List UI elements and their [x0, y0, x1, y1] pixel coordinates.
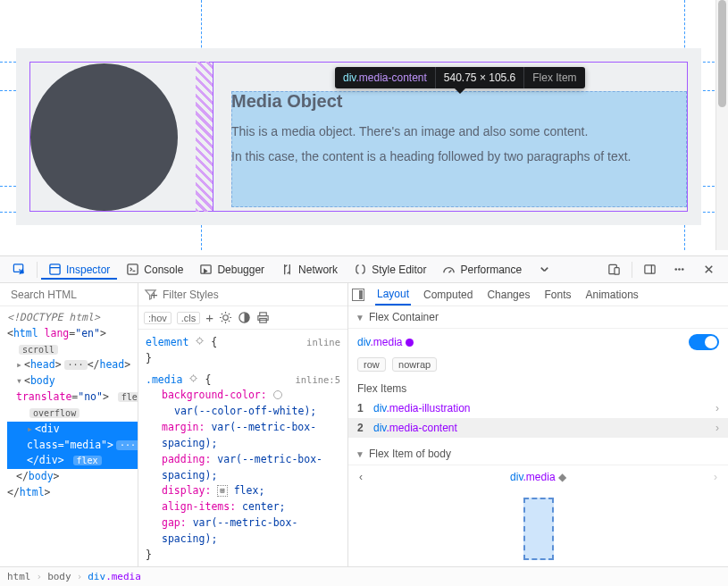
doctype-node[interactable]: <!DOCTYPE html> [7, 310, 138, 326]
fonts-tab[interactable]: Fonts [542, 285, 573, 305]
tab-network[interactable]: Network [273, 259, 345, 280]
next-sibling-button[interactable]: › [714, 471, 717, 483]
element-tooltip: div.media-content 540.75 × 105.6 Flex It… [335, 67, 585, 88]
crumb-html[interactable]: html [7, 571, 31, 582]
crumb-div-media[interactable]: div.media [88, 571, 141, 582]
svg-rect-6 [645, 265, 655, 273]
sidebar-toggle-icon[interactable] [352, 289, 364, 301]
devtools-panel: Inspector Console Debugger Network Style… [0, 255, 728, 586]
flex-item-diagram [348, 489, 728, 569]
svg-point-8 [678, 268, 681, 271]
hov-button[interactable]: :hov [144, 312, 172, 324]
cls-button[interactable]: .cls [177, 312, 201, 324]
body-node[interactable]: ▾<body [7, 373, 138, 389]
svg-point-11 [223, 315, 229, 321]
svg-point-16 [197, 339, 203, 344]
svg-point-7 [674, 268, 677, 271]
flex-item-1[interactable]: 1 div.media-illustration › [357, 398, 719, 418]
filter-styles-input[interactable] [163, 289, 342, 301]
prev-sibling-button[interactable]: ‹ [359, 471, 363, 483]
media-illustration-circle [30, 63, 178, 211]
add-rule-button[interactable]: + [205, 310, 213, 325]
tab-debugger[interactable]: Debugger [192, 259, 272, 280]
media-paragraph-1: This is a media object. There's an image… [231, 124, 687, 138]
tab-performance[interactable]: Performance [435, 259, 529, 280]
dock-side-button[interactable] [636, 259, 664, 280]
flex-direction-chip[interactable]: row [357, 357, 386, 372]
svg-rect-5 [615, 268, 619, 275]
html-close-node[interactable]: </html> [7, 485, 138, 501]
selected-div-media-node[interactable]: ▸<div class="media">··· </div> flex [7, 422, 138, 469]
filter-icon [144, 288, 157, 301]
page-scrollbar[interactable] [715, 0, 728, 250]
layout-tab[interactable]: Layout [375, 284, 411, 306]
changes-tab[interactable]: Changes [485, 285, 531, 305]
devtools-toolbar: Inspector Console Debugger Network Style… [0, 256, 728, 283]
flex-container-accordion[interactable]: ▼Flex Container [348, 306, 728, 329]
close-devtools-button[interactable] [695, 259, 723, 280]
more-options-button[interactable] [665, 259, 693, 280]
flex-overlay-toggle[interactable] [689, 334, 719, 350]
head-node[interactable]: ▸<head>···</head> [7, 357, 138, 373]
svg-point-17 [191, 375, 197, 381]
page-viewport: Media Object This is a media object. The… [0, 0, 728, 250]
media-paragraph-2: In this case, the content is a heading f… [231, 149, 687, 163]
body-close-node[interactable]: </body> [7, 469, 138, 485]
tab-console[interactable]: Console [119, 259, 190, 280]
flex-item-2[interactable]: 2 div.media-content › [348, 418, 728, 438]
dark-mode-icon[interactable] [238, 311, 251, 324]
pick-element-button[interactable] [5, 259, 33, 280]
print-icon[interactable] [256, 311, 270, 324]
tab-inspector[interactable]: Inspector [41, 259, 117, 280]
layout-panel: Layout Computed Changes Fonts Animations… [348, 283, 728, 586]
animations-tab[interactable]: Animations [583, 285, 640, 305]
media-heading: Media Object [231, 91, 687, 112]
search-html-input[interactable] [11, 289, 145, 301]
crumb-body[interactable]: body [47, 571, 71, 582]
svg-point-9 [682, 268, 684, 271]
tabs-overflow[interactable] [531, 259, 558, 280]
light-mode-icon[interactable] [219, 311, 232, 324]
responsive-mode-button[interactable] [600, 259, 628, 280]
flex-wrap-chip[interactable]: nowrap [392, 357, 437, 372]
flex-item-of-body-accordion[interactable]: ▼Flex Item of body [348, 443, 728, 465]
tab-style-editor[interactable]: Style Editor [347, 259, 433, 280]
dom-tree-panel: + <!DOCTYPE html> <html lang="en"> scrol… [0, 283, 138, 586]
svg-rect-2 [128, 264, 138, 274]
computed-tab[interactable]: Computed [422, 285, 474, 305]
rules-panel: :hov .cls + element {inline } .media {in… [138, 283, 348, 586]
breadcrumb: html› body› div.media [0, 566, 728, 586]
svg-rect-1 [50, 264, 60, 274]
html-node[interactable]: <html lang="en"> [7, 326, 138, 342]
flex-gap-hatch [196, 62, 213, 212]
